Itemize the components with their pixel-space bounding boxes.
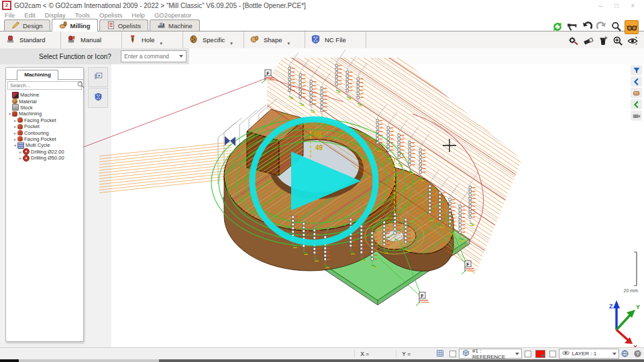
redo-icon[interactable] (595, 20, 608, 33)
color-swatch[interactable] (535, 350, 545, 358)
zoomplus-icon[interactable] (611, 34, 624, 47)
command-combobox[interactable] (121, 50, 186, 62)
machtab-icon (157, 21, 166, 31)
tree-item-stock[interactable]: Stock (7, 105, 81, 111)
ncfile-icon (311, 34, 321, 46)
expander-icon[interactable]: ▾ (7, 111, 12, 116)
tree-item-pocket[interactable]: ▸Pocket (7, 123, 81, 129)
search-input[interactable] (8, 82, 76, 89)
camera-icon[interactable] (631, 111, 642, 121)
minimize-button[interactable]: – (599, 2, 603, 9)
menu-item-tools[interactable]: Tools (75, 11, 90, 19)
ribbon-tab-machine[interactable]: Machine (150, 19, 200, 31)
op-icon (17, 136, 23, 141)
tree-item-drilling-50-00[interactable]: ▸Drilling Ø50.00 (7, 155, 81, 161)
toolbar-button-standard[interactable]: Standard (0, 32, 61, 48)
eraser-icon[interactable] (582, 34, 594, 47)
layer-eye-icon (561, 349, 570, 359)
reference-select[interactable]: #1 : REFERENCE (459, 349, 522, 359)
command-input[interactable] (121, 52, 178, 60)
video-progress-bar[interactable] (0, 359, 644, 362)
window-title: GO2cam < © GO2cam International 2009 - 2… (14, 2, 306, 9)
ribbon-tab-opelists[interactable]: Opelists (99, 19, 148, 31)
help-icon[interactable]: ? (633, 349, 643, 358)
progress-segment-rest (159, 359, 644, 362)
standard-icon (5, 34, 15, 46)
chevron-down-icon: ▾ (230, 41, 233, 48)
layer-select[interactable]: LAYER : 1 (559, 349, 619, 359)
simulation-icon (94, 71, 103, 83)
machining-tree: MachineMaterialStock▾Machining▸Facing Po… (7, 92, 81, 161)
machining-icon (12, 111, 17, 117)
chevgreen-icon[interactable] (631, 99, 642, 109)
expander-icon[interactable]: ▾ (13, 143, 17, 147)
tab-machining[interactable]: Machining (17, 70, 58, 80)
shape-icon (250, 34, 260, 46)
drill-icon (23, 148, 30, 155)
progress-segment-dark (0, 359, 19, 362)
expander-icon[interactable]: ▸ (13, 137, 17, 141)
maximize-button[interactable]: □ (614, 2, 619, 9)
tree-item-machine[interactable]: Machine (7, 92, 81, 98)
menu-item-help[interactable]: Help (131, 11, 145, 19)
solid-icon[interactable] (631, 88, 642, 98)
toolbar-button-manual[interactable]: Manual (61, 32, 122, 48)
ribbon-tab-design[interactable]: Design (4, 19, 50, 31)
toolbar-button-shape[interactable]: Shape▾ (244, 32, 305, 48)
expander-icon[interactable]: ▸ (13, 124, 17, 129)
machining-panel: Machining MachineMaterialStock▾Machining… (5, 67, 84, 342)
toolbar-button-hole[interactable]: Hole▾ (122, 32, 183, 48)
menu-item-edit[interactable]: Edit (24, 11, 35, 19)
command-prompt-label: Select Function or Icon? (39, 53, 111, 60)
tools-icon[interactable] (567, 34, 580, 47)
caliper-icon[interactable] (566, 20, 578, 33)
globe-icon[interactable] (621, 349, 631, 358)
expander-icon[interactable]: ▸ (18, 156, 23, 160)
progress-segment-light (19, 359, 159, 362)
tree-item-multi-cycle[interactable]: ▾Multi Cycle (7, 142, 81, 148)
chevblue-icon[interactable] (631, 76, 642, 86)
tree-item-drilling-22-00[interactable]: ▸Drilling Ø22.00 (7, 149, 81, 155)
menu-item-display[interactable]: Display (45, 11, 66, 19)
color-checkbox[interactable] (525, 351, 531, 357)
search-box[interactable] (7, 81, 82, 90)
close-button[interactable]: × (631, 2, 635, 9)
op-icon (17, 124, 23, 129)
tree-item-facing-pocket[interactable]: ▸Facing Pocket (7, 117, 81, 123)
tree-item-facing-pocket[interactable]: ▸Facing Pocket (7, 136, 81, 142)
expander-icon[interactable]: ▸ (18, 149, 23, 154)
tree-item-material[interactable]: Material (7, 98, 81, 104)
simulation-button[interactable] (88, 67, 108, 87)
right-tool-strip (631, 65, 642, 121)
undo-icon[interactable] (580, 20, 593, 33)
eye-icon[interactable] (626, 34, 639, 47)
pencil-icon (11, 21, 20, 31)
glasses-icon[interactable] (625, 20, 639, 34)
layer-checkbox[interactable] (549, 351, 556, 357)
cursor-x-readout: X = 105.972 (354, 350, 396, 358)
expander-icon[interactable]: ▸ (13, 131, 17, 135)
menu-item-opelists[interactable]: Opelists (99, 11, 122, 19)
refresh-icon[interactable] (551, 20, 564, 33)
ribbon-tab-milling[interactable]: Milling (52, 19, 98, 32)
manual-icon (66, 34, 76, 46)
title-bar: 2 GO2cam < © GO2cam International 2009 -… (0, 0, 644, 11)
menu-item-file[interactable]: File (5, 11, 15, 19)
quick-toolbar-row1 (551, 20, 639, 34)
toolbar-button-nc-file[interactable]: NC File (305, 32, 366, 48)
toolbar-button-specific[interactable]: Specific▾ (183, 32, 244, 48)
multicycle-icon (17, 142, 24, 149)
grid-icon[interactable] (436, 349, 446, 358)
expander-icon[interactable]: ▸ (13, 118, 17, 123)
menu-item-go2operator[interactable]: GO2operator (154, 11, 191, 19)
filter-icon[interactable] (631, 65, 642, 75)
tree-item-machining[interactable]: ▾Machining (7, 111, 81, 117)
reference-checkbox[interactable] (449, 351, 456, 357)
tree-item-contouring[interactable]: ▸Contouring (7, 129, 81, 135)
nc-shield-button[interactable] (88, 88, 108, 108)
zoom-icon[interactable] (610, 20, 623, 33)
chevron-down-icon (612, 353, 616, 355)
command-row: Select Function or Icon? (0, 48, 644, 64)
bucket-icon[interactable] (596, 34, 609, 47)
mill-icon (59, 21, 68, 31)
